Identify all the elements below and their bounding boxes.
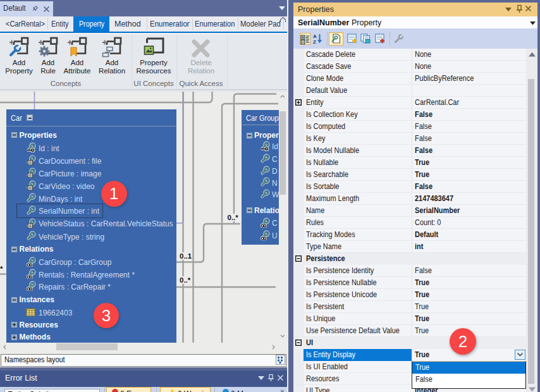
svg-text:Z: Z [313, 39, 316, 44]
